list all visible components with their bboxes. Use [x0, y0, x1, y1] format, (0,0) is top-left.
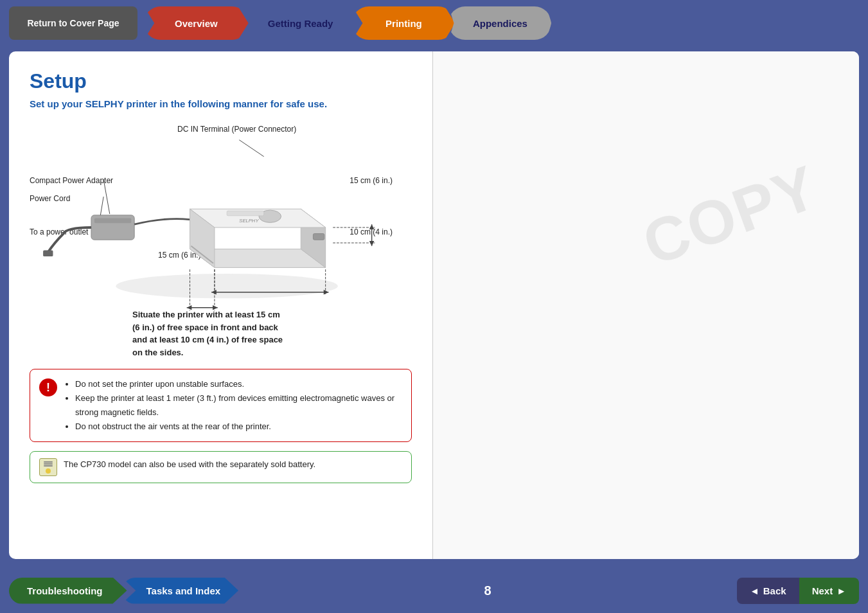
svg-rect-3 — [43, 251, 53, 257]
15cm-right-label: 15 cm (6 in.) — [350, 176, 393, 185]
15cm-bottom-label: 15 cm (6 in.) — [158, 251, 201, 260]
warning-list: Do not set the printer upon unstable sur… — [64, 377, 402, 434]
appendices-button[interactable]: Appendices — [448, 6, 551, 40]
warning-text: Do not set the printer upon unstable sur… — [64, 377, 402, 434]
top-navigation: Return to Cover Page Overview Getting Re… — [0, 0, 868, 46]
svg-rect-10 — [227, 211, 264, 216]
warning-item-2: Keep the printer at least 1 meter (3 ft.… — [75, 391, 402, 420]
tasks-index-button[interactable]: Tasks and Index — [122, 578, 239, 604]
svg-marker-22 — [324, 290, 329, 295]
svg-marker-26 — [187, 305, 192, 310]
page-number: 8 — [238, 583, 737, 598]
svg-marker-5 — [301, 209, 325, 267]
svg-marker-4 — [190, 249, 326, 268]
back-button[interactable]: ◄ Back — [737, 578, 799, 604]
left-panel: Setup Set up your SELPHY printer in the … — [9, 51, 433, 559]
svg-line-28 — [239, 140, 263, 157]
svg-marker-17 — [369, 241, 375, 246]
troubleshooting-button[interactable]: Troubleshooting — [9, 578, 127, 604]
page-subtitle: Set up your SELPHY printer in the follow… — [30, 98, 412, 109]
getting-ready-label: Getting Ready — [268, 18, 333, 29]
warning-icon: ! — [39, 378, 57, 396]
note-text: The CP730 model can also be used with th… — [64, 458, 315, 471]
svg-rect-2 — [94, 218, 132, 224]
dc-terminal-label: DC IN Terminal (Power Connector) — [177, 125, 296, 134]
next-label: Next — [812, 585, 833, 596]
svg-marker-6 — [190, 209, 326, 227]
back-label: Back — [763, 585, 786, 596]
printing-button[interactable]: Printing — [352, 6, 455, 40]
svg-rect-1 — [91, 215, 134, 240]
svg-marker-21 — [211, 290, 217, 295]
getting-ready-button[interactable]: Getting Ready — [249, 6, 353, 40]
svg-text:SELPHY: SELPHY — [239, 218, 259, 224]
power-outlet-label: To a power outlet — [30, 227, 88, 236]
return-label: Return to Cover Page — [27, 18, 119, 28]
page-title: Setup — [30, 69, 412, 93]
compact-adapter-label: Compact Power Adapter — [30, 176, 113, 185]
10cm-label: 10 cm (4 in.) — [350, 227, 393, 236]
warning-box: ! Do not set the printer upon unstable s… — [30, 369, 412, 442]
right-panel: COPY — [433, 51, 859, 559]
note-box: The CP730 model can also be used with th… — [30, 451, 412, 483]
svg-rect-12 — [313, 234, 324, 240]
printing-label: Printing — [385, 18, 422, 29]
back-arrow-icon: ◄ — [750, 585, 759, 596]
warning-item-3: Do not obstruct the air vents at the rea… — [75, 420, 402, 434]
overview-button[interactable]: Overview — [144, 6, 249, 40]
next-arrow-icon: ► — [837, 585, 846, 596]
troubleshooting-label: Troubleshooting — [27, 585, 103, 596]
main-content-area: Setup Set up your SELPHY printer in the … — [9, 51, 859, 559]
back-next-group: ◄ Back Next ► — [737, 578, 859, 604]
next-button[interactable]: Next ► — [799, 578, 859, 604]
copy-watermark: COPY — [634, 151, 828, 279]
setup-diagram: DC IN Terminal (Power Connector) Compact… — [30, 125, 412, 330]
svg-point-9 — [259, 210, 281, 222]
appendices-label: Appendices — [473, 18, 527, 29]
note-icon — [39, 458, 57, 476]
return-to-cover-button[interactable]: Return to Cover Page — [9, 6, 137, 40]
warning-item-1: Do not set the printer upon unstable sur… — [75, 377, 402, 391]
svg-point-0 — [116, 274, 337, 298]
svg-marker-27 — [213, 305, 218, 310]
svg-line-30 — [100, 197, 103, 215]
bottom-navigation: Troubleshooting Tasks and Index 8 ◄ Back… — [0, 568, 868, 613]
power-cord-label: Power Cord — [30, 194, 70, 203]
overview-label: Overview — [175, 18, 218, 29]
tasks-label: Tasks and Index — [146, 585, 221, 596]
